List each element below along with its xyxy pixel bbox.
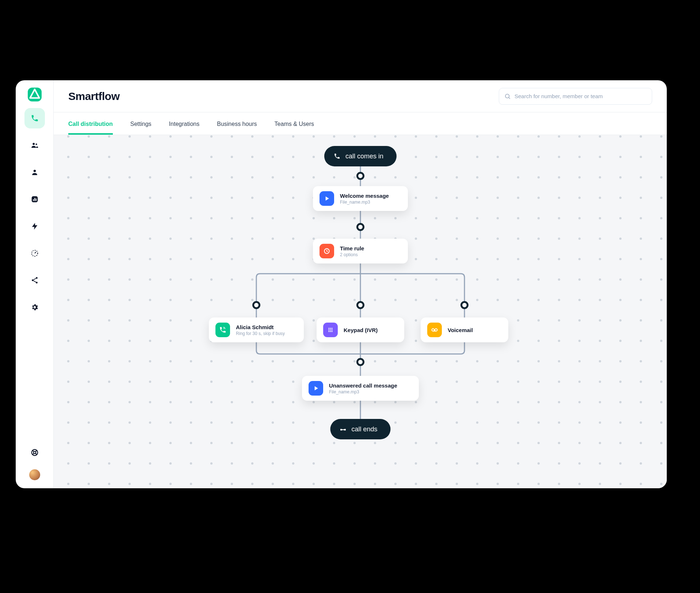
svg-point-23 bbox=[332, 330, 333, 331]
hangup-icon bbox=[340, 426, 346, 432]
play-icon bbox=[320, 191, 334, 206]
card-title: Time rule bbox=[340, 245, 364, 251]
svg-point-1 bbox=[35, 143, 37, 145]
svg-point-24 bbox=[328, 331, 329, 332]
search-icon bbox=[504, 93, 511, 100]
card-subtitle: File_name.mp3 bbox=[340, 200, 389, 205]
sidebar-item-person[interactable] bbox=[24, 162, 45, 182]
voicemail-icon bbox=[427, 323, 442, 337]
flow-node-welcome[interactable]: Welcome message File_name.mp3 bbox=[313, 186, 408, 211]
sidebar-item-people[interactable] bbox=[24, 135, 45, 155]
flow-node-start[interactable]: call comes in bbox=[324, 146, 397, 166]
svg-point-19 bbox=[330, 328, 331, 329]
tabs: Call distribution Settings Integrations … bbox=[54, 112, 667, 135]
page-title: Smartflow bbox=[68, 90, 120, 103]
phone-icon bbox=[334, 153, 340, 159]
connector-dot[interactable] bbox=[252, 301, 260, 309]
sidebar-item-help[interactable] bbox=[24, 442, 45, 463]
svg-point-20 bbox=[332, 328, 333, 329]
tab-call-distribution[interactable]: Call distribution bbox=[68, 121, 113, 135]
flow-node-start-label: call comes in bbox=[345, 153, 383, 160]
flow-node-time-rule[interactable]: Time rule 2 options bbox=[313, 239, 408, 263]
svg-point-28 bbox=[435, 329, 437, 331]
svg-point-2 bbox=[33, 170, 35, 172]
clock-icon bbox=[320, 244, 334, 258]
sidebar bbox=[16, 80, 54, 488]
svg-point-26 bbox=[332, 331, 333, 332]
svg-point-10 bbox=[36, 282, 38, 284]
svg-rect-6 bbox=[35, 199, 36, 201]
card-title: Unanswered call message bbox=[329, 382, 397, 389]
tab-teams-users[interactable]: Teams & Users bbox=[275, 121, 314, 135]
flow-node-keypad[interactable]: Keypad (IVR) bbox=[317, 317, 404, 342]
avatar[interactable] bbox=[29, 469, 40, 480]
connector-dot[interactable] bbox=[356, 223, 364, 231]
sidebar-item-stats[interactable] bbox=[24, 189, 45, 209]
keypad-icon bbox=[323, 323, 338, 337]
tab-business-hours[interactable]: Business hours bbox=[217, 121, 257, 135]
svg-point-0 bbox=[32, 143, 35, 145]
tab-integrations[interactable]: Integrations bbox=[169, 121, 200, 135]
flow-node-person[interactable]: Alicia Schmidt Ring for 30 s, skip if bu… bbox=[209, 317, 304, 342]
sidebar-item-phone[interactable] bbox=[24, 108, 45, 128]
card-subtitle: 2 options bbox=[340, 252, 364, 257]
sidebar-item-activity[interactable] bbox=[24, 216, 45, 236]
flow-node-end-label: call ends bbox=[351, 426, 377, 433]
svg-point-27 bbox=[432, 329, 435, 331]
app-logo bbox=[28, 88, 42, 101]
svg-rect-4 bbox=[33, 199, 34, 201]
card-title: Welcome message bbox=[340, 193, 389, 199]
tab-settings[interactable]: Settings bbox=[130, 121, 152, 135]
search-field[interactable] bbox=[499, 88, 652, 105]
svg-point-21 bbox=[328, 330, 329, 331]
connector-dot[interactable] bbox=[356, 358, 364, 366]
play-icon bbox=[309, 381, 323, 396]
flow-node-voicemail[interactable]: Voicemail bbox=[421, 317, 508, 342]
flow-canvas[interactable]: call comes in Welcome message File_name.… bbox=[54, 135, 667, 488]
svg-point-9 bbox=[32, 280, 34, 281]
svg-rect-5 bbox=[34, 198, 35, 201]
phone-ring-icon bbox=[215, 323, 230, 337]
main: Smartflow Call distribution Settings Int… bbox=[54, 80, 667, 488]
flow-node-end[interactable]: call ends bbox=[330, 419, 390, 439]
sidebar-item-settings[interactable] bbox=[24, 297, 45, 317]
svg-point-18 bbox=[328, 328, 329, 329]
connector-dot[interactable] bbox=[460, 301, 468, 309]
svg-point-12 bbox=[33, 451, 35, 454]
sidebar-item-performance[interactable] bbox=[24, 243, 45, 263]
svg-point-13 bbox=[505, 94, 509, 98]
card-title: Keypad (IVR) bbox=[344, 327, 378, 333]
card-subtitle: Ring for 30 s, skip if busy bbox=[236, 331, 285, 336]
search-input[interactable] bbox=[515, 93, 647, 99]
topbar: Smartflow bbox=[54, 80, 667, 112]
svg-point-8 bbox=[36, 277, 38, 279]
card-title: Alicia Schmidt bbox=[236, 324, 285, 330]
connector-dot[interactable] bbox=[356, 172, 364, 180]
connector-dot[interactable] bbox=[356, 301, 364, 309]
svg-point-22 bbox=[330, 330, 331, 331]
card-subtitle: File_name.mp3 bbox=[329, 389, 397, 394]
sidebar-item-share[interactable] bbox=[24, 270, 45, 290]
card-title: Voicemail bbox=[448, 327, 473, 333]
svg-point-25 bbox=[330, 331, 331, 332]
flow-node-unanswered[interactable]: Unanswered call message File_name.mp3 bbox=[302, 376, 419, 401]
